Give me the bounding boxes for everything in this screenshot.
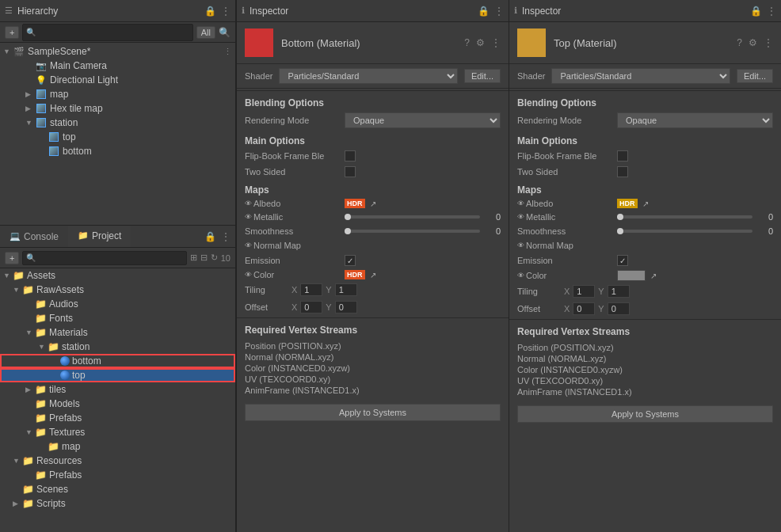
color-top-arrow-icon: ↗ (650, 272, 657, 280)
shader-bottom-dropdown[interactable]: Particles/Standard (279, 68, 457, 84)
project-refresh-icon: ↻ (211, 253, 218, 263)
folder-icon: 📁 (22, 455, 34, 466)
tree-item-map[interactable]: ▶ map (0, 87, 235, 101)
emission-checkbox[interactable]: ✓ (345, 255, 356, 266)
tree-item-tiles[interactable]: ▶ 📁 tiles (0, 382, 235, 397)
hierarchy-all-button[interactable]: All (196, 26, 215, 39)
metallic-label: Metallic (526, 212, 555, 222)
hierarchy-lock-icon: 🔒 (204, 6, 216, 17)
metallic-slider-bottom[interactable]: 0 (345, 212, 501, 222)
overflow-icon: ⋮ (764, 37, 773, 48)
tiling-x-input[interactable] (300, 283, 322, 296)
metallic-top-slider[interactable]: 0 (617, 212, 773, 222)
inspector-top-panel: ℹ Inspector 🔒 ⋮ Top (Material) ? ⚙ ⋮ Sha… (509, 0, 781, 532)
tree-item-materials[interactable]: ▼ 📁 Materials (0, 325, 235, 340)
offset-y-input[interactable] (335, 301, 357, 314)
two-sided-top-checkbox[interactable] (617, 166, 628, 177)
rendering-mode-label: Rendering Mode (517, 116, 612, 125)
smoothness-top-slider[interactable]: 0 (617, 226, 773, 236)
tree-item-res-prefabs[interactable]: 📁 Prefabs (0, 468, 235, 482)
albedo-top-hdr-badge: HDR (617, 199, 638, 208)
rendering-mode-bottom-dropdown[interactable]: Opaque (345, 112, 501, 128)
tree-item-fonts[interactable]: 📁 Fonts (0, 311, 235, 325)
main-options-top-header: Main Options (509, 131, 781, 148)
flipbook-checkbox[interactable] (345, 150, 356, 162)
tree-item-models[interactable]: 📁 Models (0, 397, 235, 411)
project-add-button[interactable]: + (5, 252, 19, 264)
tree-item-prefabs[interactable]: 📁 Prefabs (0, 411, 235, 425)
tree-item-textures[interactable]: ▼ 📁 Textures (0, 425, 235, 439)
tree-label: map (62, 441, 80, 452)
tree-item-rawassets[interactable]: ▼ 📁 RawAssets (0, 283, 235, 297)
normal-map-label: Normal Map (253, 241, 301, 250)
tree-item-bottom-mat[interactable]: bottom (0, 354, 235, 368)
emission-label: Emission (245, 256, 340, 265)
vertex-stream-item: AnimFrame (INSTANCED1.x) (245, 385, 501, 396)
normal-map-label: Normal Map (526, 241, 573, 250)
tab-label: Console (24, 231, 59, 242)
shader-bottom-edit-button[interactable]: Edit... (464, 69, 501, 83)
rendering-mode-top-dropdown[interactable]: Opaque (617, 112, 773, 128)
tree-item-resources[interactable]: ▼ 📁 Resources (0, 454, 235, 468)
blending-options-bottom-header: Blending Options (237, 93, 509, 110)
shader-top-edit-button[interactable]: Edit... (737, 69, 773, 83)
maps-top-header: Maps (509, 180, 781, 197)
offset-top-x-input[interactable] (573, 302, 595, 315)
smoothness-slider-bottom[interactable]: 0 (345, 226, 501, 236)
tree-item-station[interactable]: ▼ station (0, 116, 235, 130)
smoothness-top-label: Smoothness (517, 226, 612, 236)
hierarchy-toolbar: + 🔍 All 🔍 (0, 22, 235, 43)
tree-item-hex-tile-map[interactable]: ▶ Hex tile map (0, 101, 235, 116)
tree-item-bottom[interactable]: bottom (0, 144, 235, 158)
tiling-y-input[interactable] (335, 283, 357, 296)
tree-item-assets[interactable]: ▼ 📁 Assets (0, 268, 235, 283)
vertex-stream-item: Normal (NORMAL.xyz) (245, 352, 501, 363)
offset-x-input[interactable] (300, 301, 322, 314)
emission-top-row: Emission ✓ (509, 253, 781, 268)
hierarchy-add-button[interactable]: + (5, 26, 19, 39)
tiling-top-y-input[interactable] (608, 285, 630, 298)
emission-top-checkbox[interactable]: ✓ (617, 255, 628, 266)
two-sided-checkbox[interactable] (345, 166, 356, 177)
color-top-swatch[interactable] (617, 270, 646, 281)
folder-icon: 📁 (35, 313, 47, 324)
two-sided-label: Two Sided (245, 167, 340, 177)
eye-icon: 👁 (517, 213, 524, 221)
tree-item-audios[interactable]: 📁 Audios (0, 297, 235, 311)
vertex-stream-item: Position (POSITION.xyz) (517, 342, 773, 353)
tree-item-scenes[interactable]: 📁 Scenes (0, 482, 235, 496)
tab-console[interactable]: 💻 Console (0, 226, 68, 247)
hierarchy-menu-icon: ☰ (5, 6, 13, 16)
tree-item-samplescene[interactable]: ▼ 🎬 SampleScene* ⋮ (0, 44, 235, 59)
apply-top-button[interactable]: Apply to Systems (517, 405, 773, 423)
material-icon (60, 370, 70, 380)
tree-item-top[interactable]: top (0, 130, 235, 144)
tree-item-directional-light[interactable]: 💡 Directional Light (0, 73, 235, 87)
tree-item-station-mat[interactable]: ▼ 📁 station (0, 340, 235, 354)
tiling-top-x-input[interactable] (573, 285, 595, 298)
x-label: X (291, 285, 297, 294)
blending-options-top-header: Blending Options (509, 93, 781, 110)
smoothness-bottom-row: Smoothness 0 (237, 224, 509, 238)
offset-top-y-input[interactable] (608, 302, 630, 315)
tree-item-top-mat[interactable]: top (0, 368, 235, 382)
project-search-input[interactable] (38, 253, 182, 263)
apply-bottom-button[interactable]: Apply to Systems (245, 404, 501, 421)
color-bottom-row: 👁 Color HDR ↗ (237, 268, 509, 281)
flipbook-top-checkbox[interactable] (617, 150, 628, 162)
hierarchy-header: ☰ Hierarchy 🔒 ⋮ (0, 0, 235, 22)
tab-project[interactable]: 📁 Project (68, 226, 131, 247)
inspector-bottom-header: ℹ Inspector 🔒 ⋮ (237, 0, 509, 22)
project-filter-icon: ⊞ (190, 253, 197, 263)
eye-icon: 👁 (245, 271, 252, 279)
tree-item-map-tex[interactable]: 📁 map (0, 439, 235, 454)
cube-icon (35, 103, 48, 114)
shader-top-dropdown[interactable]: Particles/Standard (551, 68, 730, 84)
tree-item-main-camera[interactable]: 📷 Main Camera (0, 59, 235, 73)
vertex-stream-item: Color (INSTANCED0.xyzw) (517, 364, 773, 375)
albedo-top-row: 👁 Albedo HDR ↗ (509, 197, 781, 210)
console-icon: 💻 (10, 231, 21, 241)
tree-item-scripts[interactable]: ▶ 📁 Scripts (0, 496, 235, 511)
eye-icon: 👁 (245, 213, 252, 221)
hierarchy-search-input[interactable] (38, 26, 189, 39)
